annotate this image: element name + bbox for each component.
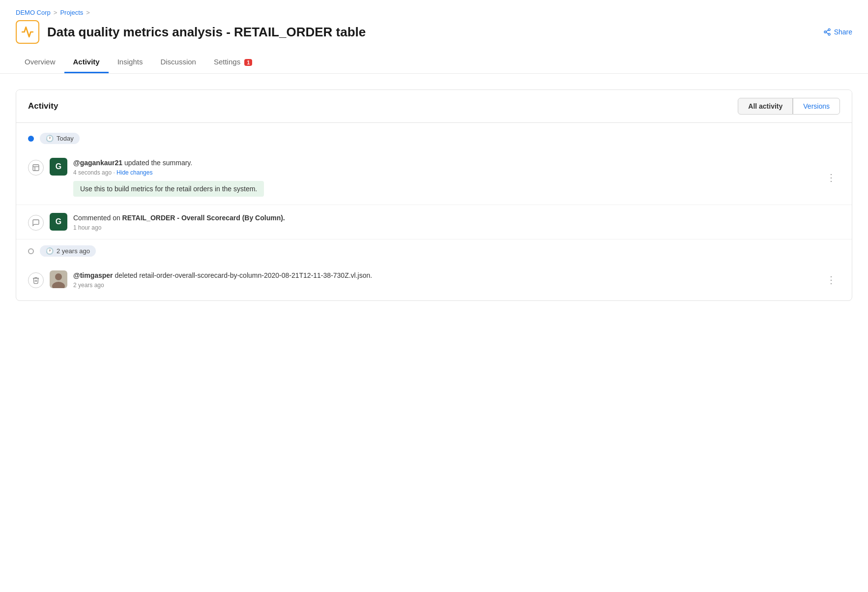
activity-body-3: @timgasper deleted retail-order-overall-…: [73, 270, 816, 289]
today-date-group: 🕐 Today: [28, 133, 840, 144]
page-title: Data quality metrics analysis - RETAIL_O…: [47, 25, 815, 40]
activity-text-3: @timgasper deleted retail-order-overall-…: [73, 270, 816, 281]
tab-settings[interactable]: Settings 1: [205, 52, 261, 73]
project-icon: [16, 20, 39, 44]
more-menu-3[interactable]: ⋮: [822, 274, 840, 286]
breadcrumb-sep2: >: [86, 9, 90, 16]
page-header: DEMO Corp > Projects > Data quality metr…: [0, 0, 868, 74]
comment-icon: [28, 215, 44, 231]
activity-time-3: 2 years ago: [73, 282, 104, 289]
activity-diff-1: Use this to build metrics for the retail…: [73, 181, 264, 197]
settings-badge: 1: [244, 59, 252, 66]
svg-line-4: [826, 30, 828, 31]
activity-bold-2: RETAIL_ORDER - Overall Scorecard (By Col…: [122, 214, 285, 222]
activity-body-2: Commented on RETAIL_ORDER - Overall Scor…: [73, 213, 840, 231]
hide-changes-link[interactable]: Hide changes: [116, 169, 152, 176]
breadcrumb-projects[interactable]: Projects: [60, 9, 83, 16]
tabs-nav: Overview Activity Insights Discussion Se…: [16, 52, 852, 73]
activity-username-1: @gagankaur21: [73, 159, 122, 167]
clock-icon: 🕐: [46, 135, 54, 142]
avatar-letter-2: G: [56, 217, 61, 226]
title-row: Data quality metrics analysis - RETAIL_O…: [16, 20, 852, 44]
avatar-gagankaur-2: G: [50, 213, 67, 231]
two-years-badge: 🕐 2 years ago: [40, 245, 96, 257]
activity-item-1: G @gagankaur21 updated the summary. 4 se…: [16, 150, 852, 205]
activity-text-1: @gagankaur21 updated the summary.: [73, 158, 816, 168]
more-menu-1[interactable]: ⋮: [822, 172, 840, 183]
delete-icon: [28, 272, 44, 288]
breadcrumb-org[interactable]: DEMO Corp: [16, 9, 51, 16]
tab-settings-label: Settings: [214, 58, 240, 66]
activity-time-2: 1 hour ago: [73, 224, 101, 231]
clock-icon-2: 🕐: [46, 247, 54, 255]
activity-prefix-2: Commented on: [73, 214, 122, 222]
activity-text-2: Commented on RETAIL_ORDER - Overall Scor…: [73, 213, 840, 223]
activity-time-1: 4 seconds ago: [73, 169, 112, 176]
today-dot: [28, 136, 34, 142]
svg-line-3: [826, 32, 828, 34]
svg-rect-5: [33, 165, 39, 171]
activity-suffix-1: updated the summary.: [124, 159, 192, 167]
timeline: 🕐 Today G @gagankau: [16, 123, 852, 300]
header-right: Share: [823, 28, 852, 36]
two-years-dot: [28, 248, 34, 254]
tab-overview[interactable]: Overview: [16, 52, 64, 73]
activity-card: Activity All activity Versions 🕐 Today: [16, 89, 852, 301]
filter-all-activity[interactable]: All activity: [738, 98, 793, 115]
activity-meta-2: 1 hour ago: [73, 224, 840, 231]
avatar-timgasper: [50, 270, 67, 288]
activity-card-title: Activity: [28, 101, 58, 111]
activity-card-header: Activity All activity Versions: [16, 90, 852, 123]
activity-body-1: @gagankaur21 updated the summary. 4 seco…: [73, 158, 816, 197]
activity-meta-3: 2 years ago: [73, 282, 816, 289]
breadcrumb-sep1: >: [54, 9, 58, 16]
edit-icon: [28, 160, 44, 176]
two-years-date-group: 🕐 2 years ago: [28, 245, 840, 257]
main-content: Activity All activity Versions 🕐 Today: [0, 74, 868, 317]
activity-suffix-3: deleted retail-order-overall-scorecard-b…: [115, 271, 372, 279]
avatar-letter-1: G: [56, 162, 61, 171]
breadcrumb: DEMO Corp > Projects >: [16, 9, 852, 16]
tab-discussion[interactable]: Discussion: [151, 52, 205, 73]
svg-point-9: [55, 273, 62, 280]
avatar-gagankaur: G: [50, 158, 67, 176]
activity-username-3: @timgasper: [73, 271, 113, 279]
share-label: Share: [834, 28, 852, 36]
filter-versions[interactable]: Versions: [793, 98, 840, 115]
tab-activity[interactable]: Activity: [64, 52, 109, 73]
tab-insights[interactable]: Insights: [109, 52, 152, 73]
today-label: Today: [57, 135, 74, 142]
activity-item-3: @timgasper deleted retail-order-overall-…: [16, 263, 852, 296]
activity-filters: All activity Versions: [738, 98, 840, 115]
today-badge: 🕐 Today: [40, 133, 80, 144]
activity-meta-1: 4 seconds ago · Hide changes: [73, 169, 816, 176]
two-years-label: 2 years ago: [57, 247, 90, 255]
activity-item-2: G Commented on RETAIL_ORDER - Overall Sc…: [16, 205, 852, 239]
share-button[interactable]: Share: [823, 28, 852, 36]
